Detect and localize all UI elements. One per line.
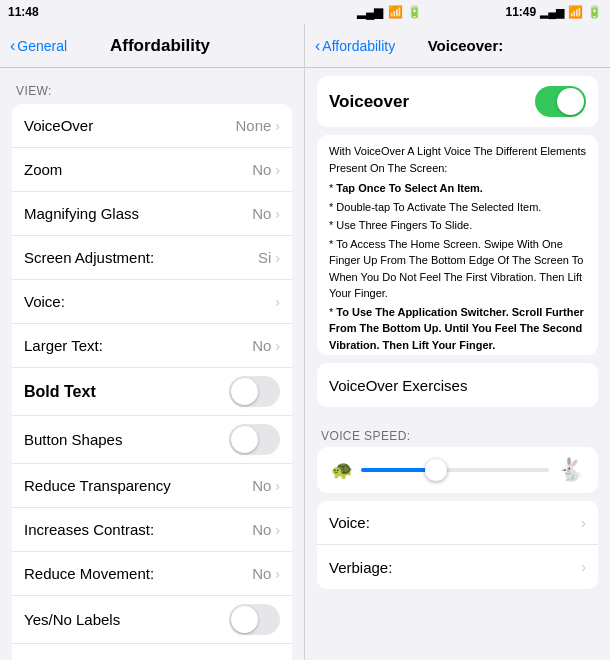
increases-contrast-chevron: › bbox=[275, 522, 280, 538]
verbiage-label: Verbiage: bbox=[329, 559, 581, 576]
bullet-1: * Tap Once To Select An Item. bbox=[329, 180, 586, 197]
voice-speed-slider-container: 🐢 🐇 bbox=[317, 447, 598, 493]
reduce-movement-item[interactable]: Reduce Movement: No › bbox=[12, 552, 292, 596]
magnifying-glass-label: Magnifying Glass bbox=[24, 205, 252, 222]
reduce-transparency-item[interactable]: Reduce Transparency No › bbox=[12, 464, 292, 508]
increases-contrast-item[interactable]: Increases Contrast: No › bbox=[12, 508, 292, 552]
left-back-label: General bbox=[17, 38, 67, 54]
slider-thumb[interactable] bbox=[425, 459, 447, 481]
signal-icon-right: ▂▄▆ bbox=[540, 6, 564, 19]
reduce-transparency-label: Reduce Transparency bbox=[24, 477, 252, 494]
reduce-transparency-value: No bbox=[252, 477, 271, 494]
voiceover-toggle-box: Voiceover bbox=[317, 76, 598, 127]
voiceover-label: VoiceOver bbox=[24, 117, 235, 134]
screen-adjustment-chevron: › bbox=[275, 250, 280, 266]
voice-speed-header: VOICE SPEED: bbox=[305, 415, 610, 447]
voiceover-exercises-item[interactable]: VoiceOver Exercises bbox=[317, 363, 598, 407]
slow-turtle-icon: 🐢 bbox=[331, 459, 353, 481]
magnifying-glass-value: No bbox=[252, 205, 271, 222]
voice-right-chevron: › bbox=[581, 515, 586, 531]
left-scroll[interactable]: VIEW: VoiceOver None › Zoom No › Magnify bbox=[0, 68, 304, 660]
voiceover-value: None bbox=[235, 117, 271, 134]
verbiage-item[interactable]: Verbiage: › bbox=[317, 545, 598, 589]
screen-adjustment-label: Screen Adjustment: bbox=[24, 249, 258, 266]
larger-text-value: No bbox=[252, 337, 271, 354]
bullet-3: * Use Three Fingers To Slide. bbox=[329, 217, 586, 234]
right-back-button[interactable]: ‹ Affordability bbox=[315, 37, 395, 55]
bullet-4: * To Access The Home Screen. Swipe With … bbox=[329, 236, 586, 302]
voice-label: Voice: bbox=[24, 293, 275, 310]
bold-text-item[interactable]: Bold Text bbox=[12, 368, 292, 416]
fast-rabbit-icon: 🐇 bbox=[557, 457, 584, 483]
right-chevron-icon: ‹ bbox=[315, 37, 320, 55]
voiceover-bullet-list: * Tap Once To Select An Item. * Double-t… bbox=[329, 180, 586, 355]
battery-icon-right: 🔋 bbox=[587, 5, 602, 19]
voice-speed-track[interactable] bbox=[361, 468, 549, 472]
wifi-icon: 📶 bbox=[388, 5, 403, 19]
right-nav-title: Voiceover: bbox=[428, 37, 504, 54]
button-shapes-toggle[interactable] bbox=[229, 424, 280, 455]
left-chevron-icon: ‹ bbox=[10, 37, 15, 55]
battery-icon: 🔋 bbox=[407, 5, 422, 19]
left-panel: ‹ General Affordability VIEW: VoiceOver … bbox=[0, 24, 305, 660]
time-right-val: 11:49 bbox=[506, 5, 537, 19]
voiceover-box-label: Voiceover bbox=[329, 92, 409, 112]
voice-chevron: › bbox=[275, 294, 280, 310]
increases-contrast-value: No bbox=[252, 521, 271, 538]
voiceover-desc-intro: With VoiceOver A Light Voice The Differe… bbox=[329, 143, 586, 176]
bold-text-toggle[interactable] bbox=[229, 376, 280, 407]
reduce-movement-label: Reduce Movement: bbox=[24, 565, 252, 582]
bullet-2: * Double-tap To Activate The Selected It… bbox=[329, 199, 586, 216]
voiceover-exercises-group: VoiceOver Exercises bbox=[317, 363, 598, 407]
button-shapes-item[interactable]: Button Shapes bbox=[12, 416, 292, 464]
voice-right-item[interactable]: Voice: › bbox=[317, 501, 598, 545]
wifi-icon-right: 📶 bbox=[568, 5, 583, 19]
zoom-label: Zoom bbox=[24, 161, 252, 178]
zoom-value: No bbox=[252, 161, 271, 178]
yes-no-labels-item[interactable]: Yes/No Labels bbox=[12, 596, 292, 644]
right-nav-bar: ‹ Affordability Voiceover: bbox=[305, 24, 610, 68]
screen-adjustment-item[interactable]: Screen Adjustment: Si › bbox=[12, 236, 292, 280]
zoom-item[interactable]: Zoom No › bbox=[12, 148, 292, 192]
yes-no-labels-toggle[interactable] bbox=[229, 604, 280, 635]
screen-adjustment-value: Si bbox=[258, 249, 271, 266]
larger-text-item[interactable]: Larger Text: No › bbox=[12, 324, 292, 368]
larger-text-chevron: › bbox=[275, 338, 280, 354]
voice-verbiage-group: Voice: › Verbiage: › bbox=[317, 501, 598, 589]
view-list-group: VoiceOver None › Zoom No › Magnifying Gl… bbox=[12, 104, 292, 660]
status-right: ▂▄▆ 📶 🔋 Voiceover: 11:49 ▂▄▆ 📶 🔋 bbox=[357, 5, 602, 19]
left-nav-title: Affordability bbox=[110, 36, 210, 56]
bullet-5: * To Use The Application Switcher. Scrol… bbox=[329, 304, 586, 354]
view-section-header: VIEW: bbox=[0, 68, 304, 104]
reduce-movement-chevron: › bbox=[275, 566, 280, 582]
voiceover-description: With VoiceOver A Light Voice The Differe… bbox=[317, 135, 598, 355]
right-back-label: Affordability bbox=[322, 38, 395, 54]
button-shapes-label: Button Shapes bbox=[24, 431, 229, 448]
reduce-transparency-chevron: › bbox=[275, 478, 280, 494]
signal-icon: ▂▄▆ bbox=[357, 5, 384, 19]
right-panel: ‹ Affordability Voiceover: Voiceover Wit… bbox=[305, 24, 610, 660]
bold-text-label: Bold Text bbox=[24, 383, 229, 401]
voiceover-exercises-label: VoiceOver Exercises bbox=[329, 377, 586, 394]
voiceover-item[interactable]: VoiceOver None › bbox=[12, 104, 292, 148]
voice-right-label: Voice: bbox=[329, 514, 581, 531]
right-scroll[interactable]: Voiceover With VoiceOver A Light Voice T… bbox=[305, 68, 610, 660]
left-nav-bar: ‹ General Affordability bbox=[0, 24, 304, 68]
magnifying-glass-item[interactable]: Magnifying Glass No › bbox=[12, 192, 292, 236]
face-id-item[interactable]: Face ID And Gaze Detection: › bbox=[12, 644, 292, 660]
reduce-movement-value: No bbox=[252, 565, 271, 582]
magnifying-glass-chevron: › bbox=[275, 206, 280, 222]
larger-text-label: Larger Text: bbox=[24, 337, 252, 354]
zoom-chevron: › bbox=[275, 162, 280, 178]
yes-no-labels-label: Yes/No Labels bbox=[24, 611, 229, 628]
status-bar: 11:48 ▂▄▆ 📶 🔋 Voiceover: 11:49 ▂▄▆ 📶 🔋 bbox=[0, 0, 610, 24]
voiceover-chevron: › bbox=[275, 118, 280, 134]
increases-contrast-label: Increases Contrast: bbox=[24, 521, 252, 538]
time-left: 11:48 bbox=[8, 5, 39, 19]
voiceover-main-toggle[interactable] bbox=[535, 86, 586, 117]
left-back-button[interactable]: ‹ General bbox=[10, 37, 67, 55]
verbiage-chevron: › bbox=[581, 559, 586, 575]
voice-item[interactable]: Voice: › bbox=[12, 280, 292, 324]
